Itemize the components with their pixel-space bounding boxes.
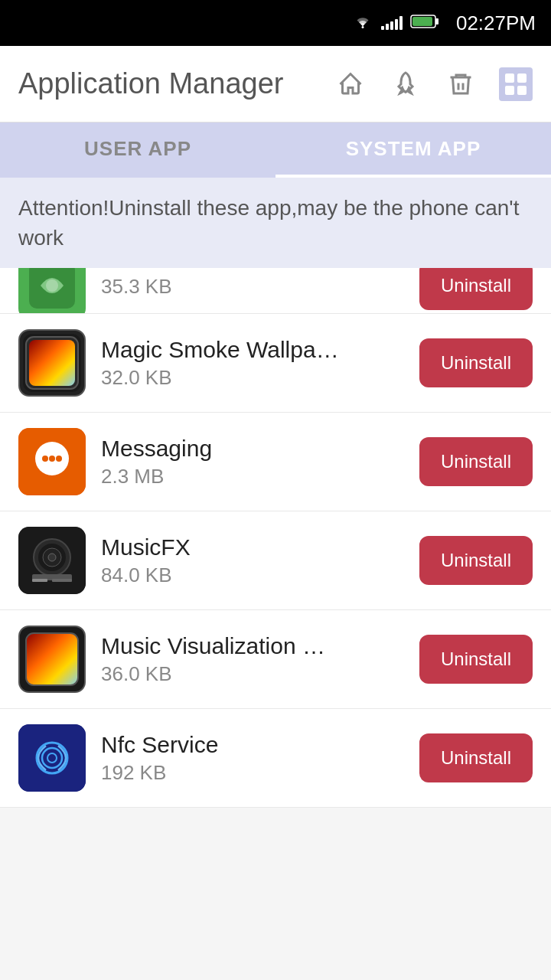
app-size: 32.0 KB xyxy=(101,366,404,390)
app-icon-messaging xyxy=(18,428,86,495)
app-list: 35.3 KB Uninstall xyxy=(0,268,551,808)
svg-point-7 xyxy=(46,279,58,292)
page-title: Application Manager xyxy=(18,67,334,100)
svg-point-15 xyxy=(49,456,55,462)
app-size: 84.0 KB xyxy=(101,564,404,587)
partial-app-icon xyxy=(18,268,86,314)
grid-icon[interactable] xyxy=(499,67,533,101)
app-name: Magic Smoke Wallpaper xyxy=(101,337,346,363)
svg-rect-28 xyxy=(18,724,86,792)
warning-text: Attention!Uninstall these app,may be the… xyxy=(18,196,519,250)
tab-bar: USER APP SYSTEM APP xyxy=(0,122,551,178)
app-size: 192 KB xyxy=(101,761,404,785)
svg-rect-24 xyxy=(52,579,72,582)
toolbar-actions xyxy=(334,67,533,101)
partial-app-size: 35.3 KB xyxy=(101,275,404,299)
svg-rect-10 xyxy=(29,340,75,386)
svg-point-16 xyxy=(56,456,62,462)
svg-point-14 xyxy=(42,456,48,462)
app-name: Nfc Service xyxy=(101,732,346,758)
home-icon[interactable] xyxy=(334,67,367,101)
app-info-magic-smoke: Magic Smoke Wallpaper 32.0 KB xyxy=(101,337,404,390)
partial-app-info: 35.3 KB xyxy=(101,272,404,299)
svg-rect-2 xyxy=(435,18,439,24)
list-item: Nfc Service 192 KB Uninstall xyxy=(0,709,551,808)
app-name: Music Visualization Wa... xyxy=(101,633,346,659)
app-icon-magic-smoke xyxy=(18,329,86,397)
warning-banner: Attention!Uninstall these app,may be the… xyxy=(0,178,551,268)
app-icon-musicfx xyxy=(18,527,86,594)
uninstall-button[interactable]: Uninstall xyxy=(419,338,533,387)
trash-icon[interactable] xyxy=(444,67,478,101)
uninstall-button[interactable]: Uninstall xyxy=(419,536,533,585)
tab-system-app[interactable]: SYSTEM APP xyxy=(276,122,551,178)
app-size: 36.0 KB xyxy=(101,662,404,686)
toolbar: Application Manager xyxy=(0,46,551,122)
rocket-icon[interactable] xyxy=(389,67,422,101)
uninstall-button[interactable]: Uninstall xyxy=(419,635,533,684)
status-icons xyxy=(352,12,439,34)
uninstall-button[interactable]: Uninstall xyxy=(419,437,533,486)
list-item: MusicFX 84.0 KB Uninstall xyxy=(0,511,551,610)
wifi-icon xyxy=(352,12,373,34)
app-info-music-vis: Music Visualization Wa... 36.0 KB xyxy=(101,633,404,686)
app-info-musicfx: MusicFX 84.0 KB xyxy=(101,534,404,587)
svg-rect-3 xyxy=(412,17,432,26)
uninstall-button[interactable]: Uninstall xyxy=(419,733,533,782)
list-item: Music Visualization Wa... 36.0 KB Uninst… xyxy=(0,610,551,709)
svg-point-0 xyxy=(361,26,364,28)
battery-icon xyxy=(410,14,439,32)
status-time: 02:27PM xyxy=(456,11,536,35)
tab-user-app[interactable]: USER APP xyxy=(0,122,276,178)
app-name: Messaging xyxy=(101,436,346,462)
app-icon-music-vis xyxy=(18,626,86,693)
app-name: MusicFX xyxy=(101,534,346,560)
app-size: 2.3 MB xyxy=(101,465,404,488)
svg-point-21 xyxy=(48,554,56,561)
svg-rect-26 xyxy=(26,633,78,685)
app-info-nfc: Nfc Service 192 KB xyxy=(101,732,404,785)
app-info-messaging: Messaging 2.3 MB xyxy=(101,436,404,488)
status-bar: 02:27PM xyxy=(0,0,551,46)
partial-uninstall-button[interactable]: Uninstall xyxy=(419,268,533,310)
list-item-partial: 35.3 KB Uninstall xyxy=(0,268,551,314)
svg-rect-23 xyxy=(32,579,47,582)
signal-icon xyxy=(381,16,403,30)
list-item: Magic Smoke Wallpaper 32.0 KB Uninstall xyxy=(0,314,551,413)
app-icon-nfc xyxy=(18,724,86,792)
list-item: Messaging 2.3 MB Uninstall xyxy=(0,413,551,511)
